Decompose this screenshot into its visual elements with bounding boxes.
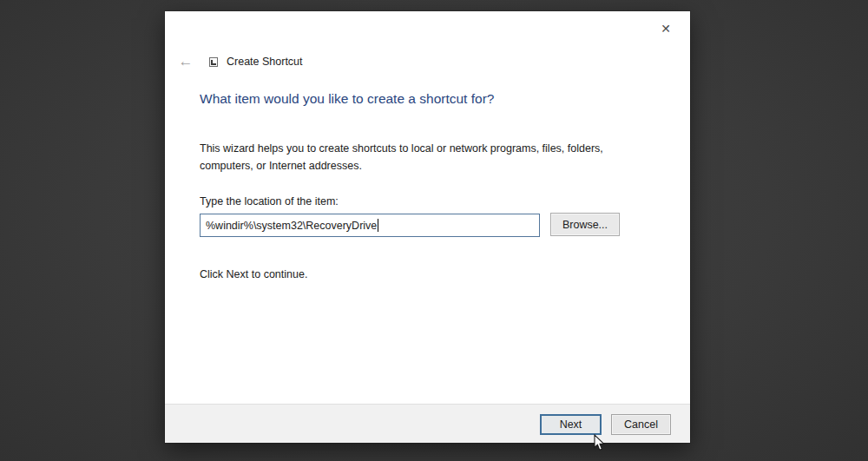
wizard-description: This wizard helps you to create shortcut… xyxy=(200,140,603,175)
location-field-label: Type the location of the item: xyxy=(200,195,339,207)
text-caret xyxy=(378,219,378,232)
wizard-title: Create Shortcut xyxy=(227,56,303,68)
description-line-2: computers, or Internet addresses. xyxy=(200,157,603,175)
description-line-1: This wizard helps you to create shortcut… xyxy=(200,140,603,157)
wizard-header: ← Create Shortcut xyxy=(175,53,303,70)
wizard-footer: Next Cancel xyxy=(165,404,690,443)
browse-button[interactable]: Browse... xyxy=(550,213,620,236)
close-icon[interactable]: ✕ xyxy=(655,18,676,39)
shortcut-app-icon xyxy=(209,57,218,67)
location-input-value: %windir%\system32\RecoveryDrive xyxy=(206,220,377,232)
location-input[interactable]: %windir%\system32\RecoveryDrive xyxy=(200,214,540,237)
cancel-button[interactable]: Cancel xyxy=(611,414,671,435)
next-hint-text: Click Next to continue. xyxy=(200,268,307,280)
next-button[interactable]: Next xyxy=(540,414,602,435)
mouse-cursor xyxy=(594,434,606,451)
create-shortcut-dialog: ✕ ← Create Shortcut What item would you … xyxy=(165,11,690,443)
back-arrow-icon[interactable]: ← xyxy=(175,53,196,70)
page-heading: What item would you like to create a sho… xyxy=(200,91,494,107)
